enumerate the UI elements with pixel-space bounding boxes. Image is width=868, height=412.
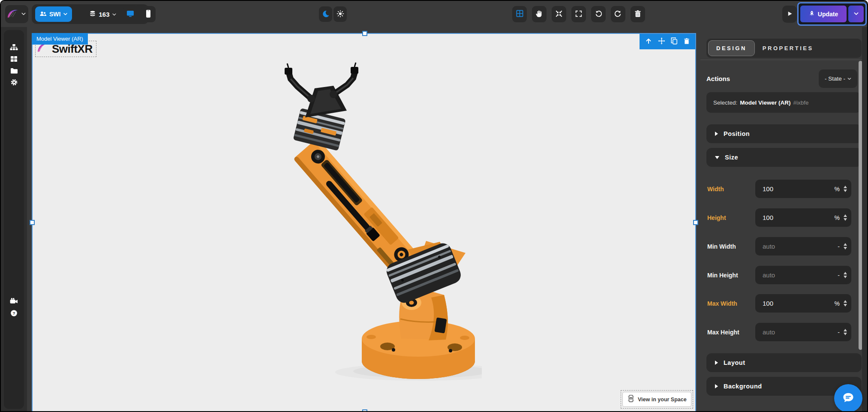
width-stepper[interactable] bbox=[844, 186, 847, 192]
sidebar-item-assets[interactable] bbox=[6, 65, 22, 77]
height-stepper[interactable] bbox=[844, 214, 847, 221]
height-label: Height bbox=[707, 208, 726, 227]
dark-mode-button[interactable] bbox=[319, 6, 332, 22]
state-dropdown[interactable]: - State - bbox=[819, 69, 857, 88]
chevron-down-icon bbox=[853, 11, 859, 18]
min-height-unit: - bbox=[838, 272, 840, 279]
delete-button[interactable] bbox=[631, 6, 645, 22]
coins-icon bbox=[89, 11, 96, 18]
inspector-tabs: DESIGN PROPERTIES bbox=[706, 39, 862, 58]
app-logo-menu-button[interactable] bbox=[5, 5, 28, 23]
resize-handle-bottom[interactable] bbox=[362, 409, 367, 412]
min-width-stepper[interactable] bbox=[844, 243, 847, 250]
min-width-input[interactable] bbox=[763, 243, 838, 250]
field-row-min-height: Min Height - bbox=[706, 266, 862, 284]
mobile-icon bbox=[146, 9, 151, 19]
duplicate-element-button[interactable] bbox=[671, 37, 678, 46]
resize-handle-left[interactable] bbox=[30, 220, 35, 225]
view-in-space-wrapper: View in your Space bbox=[621, 390, 693, 409]
panel-divider bbox=[700, 60, 868, 60]
zoom-to-fit-button[interactable] bbox=[552, 6, 566, 22]
max-height-input[interactable] bbox=[763, 328, 838, 336]
section-layout[interactable]: Layout bbox=[706, 353, 862, 372]
sidebar-item-recorder[interactable] bbox=[6, 296, 22, 307]
update-button[interactable]: Update bbox=[800, 6, 847, 22]
redo-button[interactable] bbox=[611, 6, 625, 22]
field-row-min-width: Min Width - bbox=[706, 237, 862, 256]
users-icon bbox=[39, 11, 47, 18]
swiftxr-logo-icon bbox=[7, 9, 18, 20]
credits-dropdown-button[interactable]: 163 bbox=[89, 6, 117, 22]
min-width-input-box: - bbox=[755, 237, 851, 256]
chevron-down-icon bbox=[112, 11, 117, 18]
design-canvas[interactable]: SwiftXR Model Viewer (AR) bbox=[32, 33, 696, 412]
width-input[interactable] bbox=[763, 185, 835, 192]
move-up-layer-button[interactable] bbox=[645, 38, 652, 46]
selected-element-tag: Model Viewer (AR) bbox=[32, 33, 88, 45]
window-edge bbox=[862, 27, 867, 412]
max-width-input[interactable] bbox=[763, 300, 835, 307]
resize-handle-right[interactable] bbox=[693, 220, 698, 225]
max-height-stepper[interactable] bbox=[844, 329, 847, 335]
preview-play-button[interactable] bbox=[782, 6, 797, 23]
trash-icon bbox=[684, 38, 690, 46]
svg-text:?: ? bbox=[13, 311, 15, 316]
collapse-icon bbox=[555, 10, 563, 19]
tab-properties[interactable]: PROPERTIES bbox=[755, 40, 821, 56]
grid-toggle-button[interactable] bbox=[512, 6, 527, 22]
max-width-stepper[interactable] bbox=[844, 300, 847, 307]
min-height-stepper[interactable] bbox=[844, 272, 847, 278]
resize-handle-top[interactable] bbox=[362, 31, 367, 36]
desktop-icon bbox=[126, 10, 135, 19]
section-size-label: Size bbox=[725, 154, 738, 161]
ar-phone-icon bbox=[627, 394, 635, 404]
max-height-input-box: - bbox=[755, 323, 851, 341]
chevron-right-icon bbox=[715, 132, 718, 136]
model-viewer-robot-arm[interactable] bbox=[242, 62, 482, 388]
height-input-box: % bbox=[755, 208, 851, 227]
chevron-right-icon bbox=[715, 384, 718, 388]
sidebar-item-blocks[interactable] bbox=[6, 54, 22, 65]
light-mode-button[interactable] bbox=[333, 6, 347, 22]
height-input[interactable] bbox=[763, 214, 835, 221]
sidebar-item-help[interactable]: ? bbox=[6, 308, 22, 319]
redo-icon bbox=[614, 10, 622, 19]
workspace-switcher-button[interactable]: SWI bbox=[35, 6, 72, 22]
sidebar-item-settings[interactable] bbox=[6, 77, 22, 89]
section-size[interactable]: Size bbox=[706, 148, 862, 167]
min-height-input[interactable] bbox=[763, 271, 838, 279]
update-label: Update bbox=[818, 11, 838, 18]
width-unit: % bbox=[835, 186, 840, 192]
fullscreen-icon bbox=[575, 10, 583, 19]
field-row-height: Height % bbox=[706, 208, 862, 227]
move-icon bbox=[658, 37, 665, 46]
tab-design[interactable]: DESIGN bbox=[708, 40, 755, 56]
workspace-name: SWI bbox=[49, 11, 60, 18]
selected-prefix: Selected: bbox=[713, 99, 737, 106]
folder-icon bbox=[10, 67, 18, 75]
desktop-view-button[interactable] bbox=[123, 6, 138, 22]
min-width-label: Min Width bbox=[707, 237, 736, 256]
left-sidebar: ? bbox=[1, 27, 27, 412]
fullscreen-button[interactable] bbox=[571, 6, 586, 22]
update-options-button[interactable] bbox=[848, 6, 864, 22]
view-in-space-button[interactable]: View in your Space bbox=[622, 392, 691, 407]
max-width-unit: % bbox=[835, 300, 840, 307]
chevron-down-icon bbox=[63, 11, 68, 18]
section-position[interactable]: Position bbox=[706, 124, 862, 143]
mobile-view-button[interactable] bbox=[141, 6, 156, 22]
device-view-toggle bbox=[123, 6, 156, 22]
undo-button[interactable] bbox=[591, 6, 606, 22]
video-camera-icon bbox=[10, 298, 18, 306]
actions-label: Actions bbox=[706, 75, 730, 82]
section-background-label: Background bbox=[724, 383, 762, 390]
sidebar-item-hierarchy[interactable] bbox=[6, 42, 22, 54]
swiftxr-editor-window: SWI 163 bbox=[0, 0, 868, 412]
delete-element-button[interactable] bbox=[684, 38, 690, 46]
play-icon bbox=[787, 11, 793, 18]
section-position-label: Position bbox=[724, 130, 750, 137]
pan-tool-button[interactable] bbox=[532, 6, 547, 22]
selected-name: Model Viewer (AR) bbox=[740, 99, 790, 106]
chat-support-button[interactable] bbox=[834, 384, 862, 412]
move-element-button[interactable] bbox=[658, 37, 665, 46]
